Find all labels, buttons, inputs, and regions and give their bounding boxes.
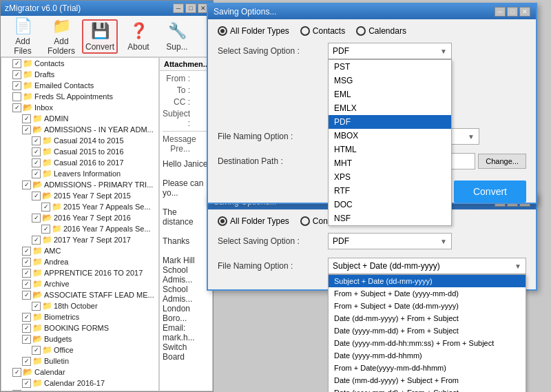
checkbox[interactable]: ✓ — [22, 258, 31, 267]
dialog2-all-folder-types-radio[interactable] — [218, 216, 227, 226]
list-item[interactable]: ✓ 📁 Emailed Contacts — [1, 80, 158, 91]
format-pdf[interactable]: PDF — [329, 115, 451, 129]
dialog2-format-select[interactable]: PDF ▼ — [328, 233, 452, 249]
naming-option-4[interactable]: Date (yyyy-mm-dd) + From + Subject — [329, 324, 526, 337]
list-item[interactable]: 📁 Freds SL Appointments — [1, 91, 158, 102]
calendars-radio[interactable] — [356, 26, 366, 36]
list-item[interactable]: ✓ 📁 2017 Year 7 Sept 2017 — [1, 234, 158, 245]
convert-action-button[interactable]: Convert — [454, 180, 526, 203]
list-item[interactable]: ✓ 📁 Andrea — [1, 256, 158, 267]
list-item[interactable]: ✓ 📁 Casual 2014 to 2015 — [1, 135, 158, 146]
checkbox[interactable]: ✓ — [12, 390, 21, 392]
naming-option-2[interactable]: From + Subject + Date (dd-mm-yyyy) — [329, 300, 526, 312]
sup-button[interactable]: 🔧 Sup... — [159, 19, 195, 54]
list-item[interactable]: ✓ 📁 18th October — [1, 300, 158, 311]
folder-tree[interactable]: ✓ 📁 Contacts ✓ 📁 Drafts ✓ 📁 Emailed Cont… — [1, 57, 159, 391]
all-folder-types-radio[interactable] — [218, 26, 227, 36]
list-item[interactable]: ✓ 📁 AMC — [1, 245, 158, 256]
naming-option-7[interactable]: From + Date(yyyy-mm-dd-hhmm) — [329, 362, 526, 374]
list-item[interactable]: ✓ 📂 Budgets — [1, 333, 158, 344]
naming-option-3[interactable]: Date (dd-mm-yyyy) + From + Subject — [329, 312, 526, 324]
list-item[interactable]: ✓ 📁 2015 Year 7 Appeals Se... — [1, 201, 158, 212]
checkbox[interactable]: ✓ — [22, 114, 31, 123]
add-folders-button[interactable]: 📁 Add Folders — [43, 19, 79, 54]
checkbox[interactable]: ✓ — [22, 180, 31, 189]
list-item[interactable]: ✓ 📁 Bulletin — [1, 355, 158, 367]
list-item[interactable]: ✓ 📂 ADMISSIONS - PRIMARY TRI... — [1, 179, 158, 190]
format-doc[interactable]: DOC — [329, 198, 451, 212]
minimize-btn[interactable]: ─ — [173, 3, 184, 13]
checkbox[interactable]: ✓ — [12, 81, 21, 90]
checkbox[interactable]: ✓ — [32, 192, 41, 200]
format-eml[interactable]: EML — [329, 87, 451, 101]
dialog1-minimize[interactable]: ─ — [495, 7, 506, 17]
checkbox[interactable]: ✓ — [32, 147, 41, 156]
list-item[interactable]: ✓ 📁 Contacts — [1, 58, 158, 69]
checkbox[interactable]: ✓ — [22, 335, 31, 344]
checkbox[interactable]: ✓ — [41, 203, 50, 212]
add-files-button[interactable]: 📄 Add Files — [5, 19, 41, 54]
list-item[interactable]: ✓ 📂 ADMISSIONS - IN YEAR ADM... — [1, 124, 158, 135]
list-item[interactable]: ✓ 📁 Office — [1, 344, 158, 355]
format-html[interactable]: HTML — [329, 143, 451, 156]
list-item[interactable]: ✓ 📂 ASSOCIATE STAFF LEAD ME... — [1, 289, 158, 300]
naming-option-8[interactable]: Date (mm-dd-yyyy) + Subject + From — [329, 374, 526, 386]
format-rtf[interactable]: RTF — [329, 184, 451, 198]
list-item[interactable]: ✓ 📁 2016 Year 7 Appeals Se... — [1, 223, 158, 234]
format-select[interactable]: PDF ▼ — [328, 43, 452, 59]
list-item[interactable]: ✓ 📁 Archive — [1, 278, 158, 289]
dialog2-naming-select[interactable]: Subject + Date (dd-mm-yyyy) ▼ — [328, 258, 526, 274]
checkbox[interactable]: ✓ — [22, 313, 31, 322]
checkbox[interactable]: ✓ — [32, 158, 41, 167]
contacts-radio[interactable] — [300, 26, 310, 36]
checkbox[interactable]: ✓ — [41, 225, 50, 234]
format-mbox[interactable]: MBOX — [329, 129, 451, 143]
list-item[interactable]: ✓ 📁 Canteen — [1, 389, 158, 391]
checkbox[interactable]: ✓ — [12, 59, 21, 68]
checkbox[interactable]: ✓ — [32, 214, 41, 223]
calendars-option[interactable]: Calendars — [356, 26, 406, 36]
list-item[interactable]: ✓ 📁 APPRENTICE 2016 TO 2017 — [1, 267, 158, 278]
naming-option-6[interactable]: Date (yyyy-mm-dd-hhmm) — [329, 349, 526, 362]
list-item[interactable]: ✓ 📁 ADMIN — [1, 113, 158, 124]
about-button[interactable]: ❓ About — [121, 19, 156, 54]
naming-option-5[interactable]: Date (yyyy-mm-dd-hh:mm:ss) + From + Subj… — [329, 337, 526, 349]
checkbox[interactable]: ✓ — [32, 236, 41, 245]
list-item[interactable]: ✓ 📁 Casual 2016 to 2017 — [1, 157, 158, 168]
format-mht[interactable]: MHT — [329, 156, 451, 170]
naming-option-9[interactable]: Date (yyyy-mm-dd) + From + Subject — [329, 386, 526, 392]
list-item[interactable]: ✓ 📂 Inbox — [1, 102, 158, 113]
list-item[interactable]: ✓ 📁 Calendar 2016-17 — [1, 378, 158, 389]
checkbox[interactable]: ✓ — [22, 379, 31, 388]
list-item[interactable]: ✓ 📁 Drafts — [1, 69, 158, 80]
dialog2-contacts-radio[interactable] — [300, 216, 310, 226]
checkbox[interactable]: ✓ — [22, 291, 31, 300]
checkbox[interactable]: ✓ — [12, 368, 21, 377]
naming-option-1[interactable]: From + Subject + Date (yyyy-mm-dd) — [329, 287, 526, 300]
checkbox[interactable]: ✓ — [22, 269, 31, 278]
maximize-btn[interactable]: □ — [185, 3, 196, 13]
checkbox[interactable]: ✓ — [22, 324, 31, 333]
checkbox[interactable]: ✓ — [32, 169, 41, 178]
list-item[interactable]: ✓ 📁 Casual 2015 to 2016 — [1, 146, 158, 157]
format-xps[interactable]: XPS — [329, 170, 451, 184]
checkbox[interactable]: ✓ — [12, 103, 21, 112]
contacts-option[interactable]: Contacts — [300, 26, 345, 36]
checkbox[interactable]: ✓ — [32, 136, 41, 145]
naming-option-0[interactable]: Subject + Date (dd-mm-yyyy) — [329, 275, 526, 287]
checkbox[interactable]: ✓ — [32, 346, 41, 355]
checkbox[interactable]: ✓ — [22, 125, 31, 134]
format-msg[interactable]: MSG — [329, 74, 451, 87]
checkbox[interactable] — [12, 92, 21, 101]
convert-button[interactable]: 💾 Convert — [82, 19, 118, 54]
format-emlx[interactable]: EMLX — [329, 101, 451, 115]
list-item[interactable]: ✓ 📁 Biometrics — [1, 311, 158, 322]
format-pst[interactable]: PST — [329, 60, 451, 74]
list-item[interactable]: ✓ 📂 Calendar — [1, 367, 158, 378]
list-item[interactable]: ✓ 📂 2016 Year 7 Sept 2016 — [1, 212, 158, 223]
checkbox[interactable]: ✓ — [22, 280, 31, 289]
list-item[interactable]: ✓ 📁 BOOKING FORMS — [1, 322, 158, 333]
dialog1-close[interactable]: ✕ — [519, 7, 530, 17]
dialog1-maximize[interactable]: □ — [507, 7, 518, 17]
format-nsf[interactable]: NSF — [329, 212, 451, 225]
